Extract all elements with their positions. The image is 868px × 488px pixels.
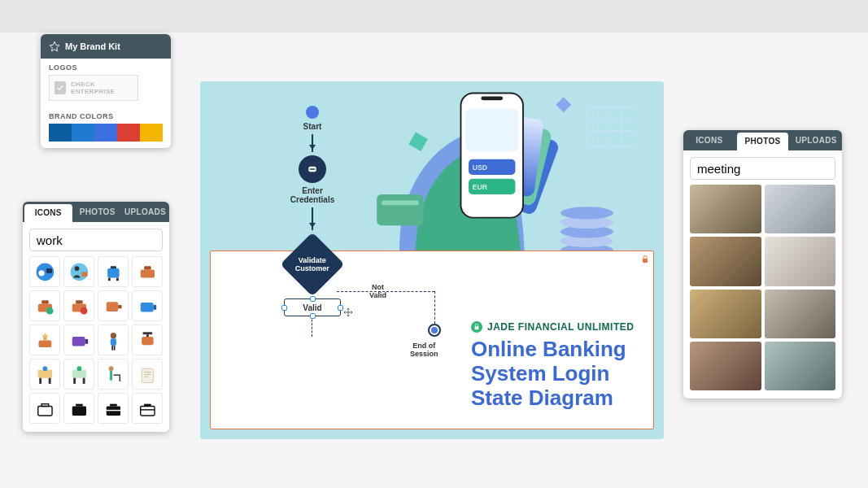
- icon-result[interactable]: [29, 290, 60, 321]
- icon-result[interactable]: [29, 359, 60, 390]
- svg-rect-33: [37, 369, 51, 377]
- brand-colors-label: BRAND COLORS: [49, 112, 163, 120]
- icon-result[interactable]: [63, 359, 94, 390]
- svg-rect-83: [556, 97, 571, 112]
- icon-result[interactable]: [98, 290, 129, 321]
- photo-result[interactable]: [690, 237, 761, 285]
- icon-search[interactable]: [29, 229, 163, 251]
- svg-rect-85: [475, 327, 479, 330]
- svg-text:USD: USD: [473, 163, 487, 172]
- brand-kit-header: My Brand Kit: [41, 34, 171, 59]
- swatch[interactable]: [49, 124, 72, 142]
- tab-photos[interactable]: PHOTOS: [737, 133, 789, 150]
- photo-result[interactable]: [765, 342, 836, 390]
- brand-kit-panel: My Brand Kit LOGOS CHECK ENTERPRISE BRAN…: [41, 34, 171, 148]
- svg-text:EUR: EUR: [473, 183, 488, 191]
- icon-result[interactable]: [63, 290, 94, 321]
- tab-photos[interactable]: PHOTOS: [74, 202, 122, 222]
- svg-rect-20: [140, 303, 153, 312]
- search-input[interactable]: [37, 233, 169, 247]
- swatch[interactable]: [117, 124, 140, 142]
- svg-rect-23: [43, 337, 46, 340]
- icon-result[interactable]: [98, 359, 129, 390]
- photo-result[interactable]: [765, 237, 836, 285]
- photo-result[interactable]: [765, 185, 836, 233]
- brand-color-swatches: [49, 124, 163, 142]
- svg-point-2: [38, 270, 44, 276]
- svg-point-40: [76, 366, 81, 371]
- tab-icons[interactable]: ICONS: [683, 130, 735, 150]
- lock-icon: [640, 255, 650, 264]
- swatch[interactable]: [140, 124, 163, 142]
- svg-rect-55: [106, 409, 120, 410]
- svg-point-65: [560, 207, 613, 219]
- svg-rect-81: [481, 96, 503, 100]
- icon-result[interactable]: [132, 393, 163, 424]
- svg-rect-45: [142, 368, 153, 382]
- svg-rect-44: [119, 375, 120, 381]
- asset-library-left: ICONS PHOTOS UPLOADS: [23, 202, 169, 432]
- svg-rect-24: [72, 337, 85, 346]
- svg-point-5: [74, 266, 79, 271]
- credentials-label: Enter Credentials: [272, 186, 353, 204]
- icon-result[interactable]: [132, 325, 163, 355]
- icon-result[interactable]: [29, 325, 60, 355]
- icon-result[interactable]: [29, 393, 60, 424]
- svg-rect-84: [643, 259, 648, 263]
- start-node[interactable]: [306, 106, 319, 119]
- svg-rect-11: [140, 269, 154, 277]
- photo-result[interactable]: [690, 185, 761, 233]
- icon-result[interactable]: [63, 325, 94, 355]
- design-canvas[interactable]: USD EUR JADE FINANCIAL UNLIMITED Online …: [200, 81, 664, 439]
- photo-search[interactable]: [690, 157, 835, 180]
- diagram-title: Online Banking System Login State Diagra…: [471, 338, 637, 411]
- icon-result[interactable]: [63, 256, 94, 287]
- svg-point-15: [46, 307, 53, 314]
- icon-result[interactable]: [63, 393, 94, 424]
- icon-result[interactable]: [132, 256, 163, 287]
- svg-point-89: [313, 168, 315, 170]
- svg-rect-37: [72, 369, 85, 377]
- search-input[interactable]: [697, 162, 842, 176]
- svg-rect-41: [110, 371, 112, 381]
- asset-library-right: ICONS PHOTOS UPLOADS: [683, 130, 842, 399]
- icon-result[interactable]: [98, 393, 129, 424]
- credentials-node[interactable]: [299, 155, 326, 183]
- brand-kit-title: My Brand Kit: [65, 41, 120, 51]
- svg-rect-39: [82, 377, 85, 383]
- check-icon: [55, 81, 66, 94]
- icon-result[interactable]: [29, 256, 60, 287]
- tab-uploads[interactable]: UPLOADS: [790, 130, 842, 150]
- svg-point-36: [42, 366, 47, 371]
- svg-rect-12: [144, 266, 151, 269]
- svg-point-18: [80, 307, 87, 314]
- svg-rect-27: [110, 338, 116, 346]
- photo-result[interactable]: [690, 290, 761, 338]
- svg-rect-14: [41, 300, 49, 303]
- photo-result[interactable]: [690, 342, 761, 390]
- swatch[interactable]: [94, 124, 117, 142]
- swatch[interactable]: [72, 124, 94, 142]
- tab-icons[interactable]: ICONS: [24, 204, 72, 222]
- icon-result[interactable]: [132, 359, 163, 390]
- svg-rect-3: [46, 268, 51, 273]
- svg-rect-22: [38, 340, 51, 347]
- svg-rect-57: [144, 403, 151, 406]
- grid-icon: [587, 107, 633, 146]
- end-node[interactable]: [428, 324, 441, 337]
- logos-label: LOGOS: [49, 63, 163, 72]
- photo-result[interactable]: [765, 290, 836, 338]
- icon-result[interactable]: [98, 325, 129, 355]
- svg-rect-43: [113, 374, 120, 375]
- validate-node[interactable]: Validate Customer: [280, 232, 344, 296]
- valid-node[interactable]: Valid: [284, 298, 341, 316]
- svg-point-42: [108, 366, 113, 371]
- logo-placeholder[interactable]: CHECK ENTERPRISE: [49, 75, 138, 101]
- icon-result[interactable]: [98, 256, 129, 287]
- tab-uploads[interactable]: UPLOADS: [121, 202, 169, 222]
- svg-rect-31: [142, 337, 153, 345]
- move-icon[interactable]: [343, 307, 353, 317]
- company-logo-icon: [471, 321, 482, 333]
- icon-result[interactable]: [132, 290, 163, 321]
- svg-rect-21: [153, 305, 156, 310]
